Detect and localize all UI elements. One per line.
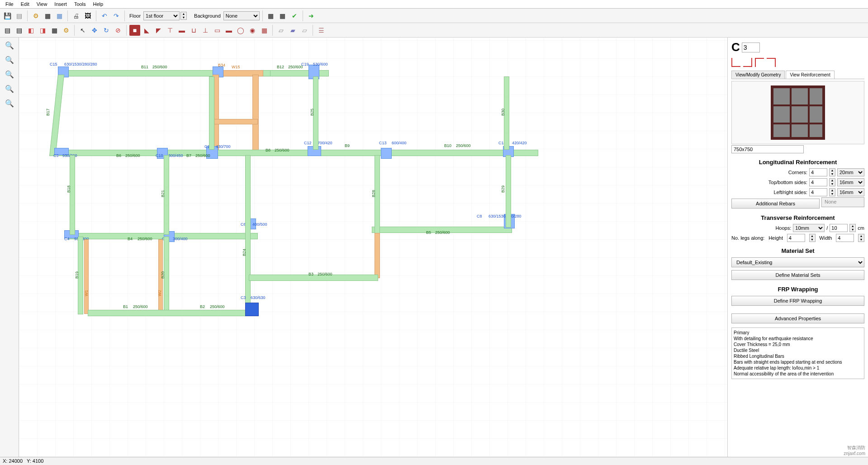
- menu-edit[interactable]: Edit: [17, 0, 33, 8]
- settings-icon[interactable]: ⚙: [30, 10, 41, 21]
- col-c2-icon[interactable]: ◉: [247, 25, 258, 36]
- stair-icon[interactable]: ☰: [316, 25, 327, 36]
- corner-tl-icon[interactable]: [731, 58, 740, 67]
- toolbar-2: ▤ ▤ ◧ ◨ ▦ ⚙ ↖ ✥ ↻ ⊘ ■ ◣ ◤ ⊤ ▬ ⊔ ⊥ ▭ ▬ ◯ …: [0, 23, 868, 38]
- col-c13[interactable]: [381, 148, 392, 159]
- zoom-prev-icon[interactable]: 🔍: [4, 97, 15, 109]
- toolbar-1: 💾 ▤ ⚙ ▦ ▦ 🖨 🖼 ↶ ↷ Floor 1st floor ▲▼ Bac…: [0, 9, 868, 23]
- legs-height[interactable]: [787, 234, 805, 242]
- status-x: X: 24000: [3, 458, 23, 464]
- zoom-toolbar: 🔍 🔍 🔍 🔍 🔍: [0, 38, 19, 457]
- col-l1-icon[interactable]: ◣: [141, 25, 152, 36]
- advanced-props-button[interactable]: Advanced Properties: [731, 313, 864, 323]
- tb-dia[interactable]: 16mm: [837, 178, 864, 186]
- col-x-icon[interactable]: ▦: [259, 25, 270, 36]
- menu-file[interactable]: File: [2, 0, 17, 8]
- delete-icon[interactable]: ⊘: [113, 25, 123, 36]
- exit-icon[interactable]: ➜: [306, 10, 317, 21]
- dwg2-icon[interactable]: ▤: [14, 25, 24, 36]
- status-y: Y: 4100: [27, 458, 43, 464]
- ortho-icon[interactable]: ▦: [277, 10, 288, 21]
- section-icon[interactable]: ◧: [25, 25, 36, 36]
- col-c3-selected[interactable]: [245, 303, 259, 316]
- layers-icon[interactable]: ▦: [42, 10, 53, 21]
- col-t2-icon[interactable]: ⊥: [200, 25, 211, 36]
- dwg-icon[interactable]: ▤: [14, 10, 24, 21]
- zoom-out-icon[interactable]: 🔍: [4, 54, 15, 66]
- slab2-icon[interactable]: ▰: [287, 25, 298, 36]
- menu-tools[interactable]: Tools: [71, 0, 90, 8]
- additional-rebars-none: None: [821, 197, 864, 207]
- slab1-icon[interactable]: ▱: [275, 25, 286, 36]
- floor-select[interactable]: 1st floor: [143, 11, 180, 20]
- col-c-icon[interactable]: ◯: [235, 25, 246, 36]
- define-frp-button[interactable]: Define FRP Wrapping: [731, 296, 864, 306]
- tab-reinforcement[interactable]: View Reinforcement: [786, 71, 834, 79]
- redo-icon[interactable]: ↷: [111, 10, 122, 21]
- menu-bar: File Edit View Insert Tools Help: [0, 0, 868, 9]
- zoom-fit-icon[interactable]: 🔍: [4, 83, 15, 95]
- zoom-window-icon[interactable]: 🔍: [4, 68, 15, 80]
- element-id-input[interactable]: [742, 43, 760, 52]
- floor-spinner[interactable]: ▲▼: [180, 12, 187, 20]
- element-type: C: [731, 40, 740, 54]
- col-i-icon[interactable]: ▬: [176, 25, 187, 36]
- legs-width[interactable]: [836, 234, 854, 242]
- h-longitudinal: Longitudinal Reinforcement: [731, 159, 864, 166]
- background-select[interactable]: None: [223, 11, 260, 20]
- rotate-icon[interactable]: ↻: [101, 25, 112, 36]
- gear2-icon[interactable]: ⚙: [61, 25, 71, 36]
- properties-panel: C View/Modify Geometry View Reinforcemen…: [728, 38, 868, 457]
- status-bar: X: 24000 Y: 4100: [0, 457, 868, 465]
- menu-help[interactable]: Help: [90, 0, 107, 8]
- hoops-dia[interactable]: 10mm: [793, 224, 825, 232]
- undo-icon[interactable]: ↶: [99, 10, 110, 21]
- select-icon[interactable]: ↖: [77, 25, 88, 36]
- menu-insert[interactable]: Insert: [51, 0, 71, 8]
- section-preview: [731, 81, 864, 144]
- lr-dia[interactable]: 16mm: [837, 188, 864, 196]
- background-label: Background: [194, 13, 221, 19]
- save-icon[interactable]: 💾: [2, 10, 13, 21]
- menu-view[interactable]: View: [33, 0, 51, 8]
- col-l2-icon[interactable]: ◤: [153, 25, 164, 36]
- tab-geometry[interactable]: View/Modify Geometry: [731, 71, 785, 79]
- material-select[interactable]: Default_Existing: [731, 257, 864, 267]
- section2-icon[interactable]: ◨: [37, 25, 48, 36]
- col-u-icon[interactable]: ⊔: [188, 25, 199, 36]
- corner-bl-icon[interactable]: [755, 58, 764, 67]
- corner-br-icon[interactable]: [767, 58, 776, 67]
- export-icon[interactable]: 🖼: [82, 10, 93, 21]
- print-icon[interactable]: 🖨: [71, 10, 81, 21]
- grid-icon[interactable]: ▦: [54, 10, 65, 21]
- corners-count[interactable]: [809, 168, 827, 176]
- floorplan-canvas[interactable]: C15 630/1530/280/280 B11 250/600 B34 W15…: [19, 38, 728, 457]
- slab3-icon[interactable]: ▱: [299, 25, 310, 36]
- tb-count[interactable]: [809, 178, 827, 186]
- watermark: 智森消防znjaxf.com: [844, 445, 865, 456]
- define-materials-button[interactable]: Define Material Sets: [731, 270, 864, 280]
- zoom-in-icon[interactable]: 🔍: [4, 39, 15, 51]
- lr-count[interactable]: [809, 188, 827, 196]
- col-z-icon[interactable]: ▬: [223, 25, 234, 36]
- hoops-spacing[interactable]: [830, 224, 848, 232]
- info-box: Primary With detailing for earthquake re…: [731, 327, 864, 379]
- dimensions-input[interactable]: [731, 145, 804, 153]
- corner-tr-icon[interactable]: [743, 58, 752, 67]
- floor-label: Floor: [129, 13, 141, 19]
- dwg1-icon[interactable]: ▤: [2, 25, 13, 36]
- grid2-icon[interactable]: ▦: [49, 25, 60, 36]
- corners-dia[interactable]: 20mm: [837, 168, 864, 176]
- col-t-icon[interactable]: ⊤: [165, 25, 175, 36]
- additional-rebars-button[interactable]: Additional Rebars: [731, 199, 820, 209]
- check-icon[interactable]: ✔: [289, 10, 300, 21]
- h-frp: FRP Wrapping: [731, 286, 864, 293]
- col-h-icon[interactable]: ▭: [212, 25, 223, 36]
- h-material: Material Set: [731, 247, 864, 254]
- move-icon[interactable]: ✥: [89, 25, 100, 36]
- h-transverse: Transverse Reinforcement: [731, 214, 864, 221]
- snap-icon[interactable]: ▦: [266, 10, 276, 21]
- col-rect-icon[interactable]: ■: [129, 25, 140, 36]
